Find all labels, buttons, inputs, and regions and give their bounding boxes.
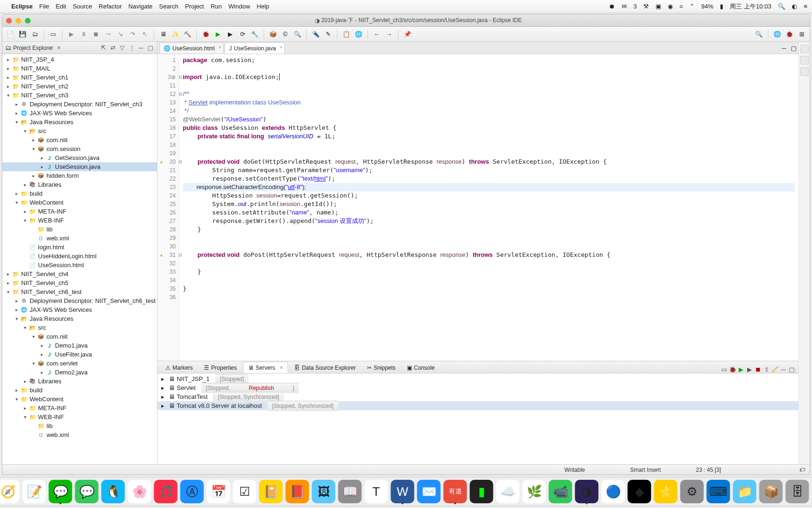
dock-safari[interactable]: 🧭 xyxy=(0,480,20,503)
disconnect-button[interactable]: ⤳ xyxy=(103,29,113,40)
close-tab-button[interactable]: × xyxy=(219,45,221,50)
tree-item[interactable]: NIIT_MAIL xyxy=(20,65,50,72)
step-return-button[interactable]: ↖ xyxy=(140,29,150,40)
dock-wechat[interactable]: 💬 xyxy=(49,480,72,503)
tab-data-source[interactable]: 🗄Data Source Explorer xyxy=(289,362,361,373)
dock-textedit[interactable]: T xyxy=(365,480,388,503)
tree-item[interactable]: WebContent xyxy=(29,396,63,403)
siri-color-icon[interactable]: ◐ xyxy=(792,3,797,10)
tree-item[interactable]: web.xml xyxy=(46,431,69,438)
server-name[interactable]: TomcatTest xyxy=(177,393,208,400)
tree-item[interactable]: lib xyxy=(46,226,53,233)
dock-youdao[interactable]: 有道 xyxy=(444,480,467,503)
tree-item[interactable]: Java Resources xyxy=(29,315,73,322)
back-button[interactable]: ← xyxy=(372,29,382,40)
tree-item[interactable]: src xyxy=(37,127,46,135)
open-perspective-button[interactable]: ⊞ xyxy=(796,29,807,40)
run-last-button[interactable]: ⟳ xyxy=(237,29,248,40)
maximize-view-button[interactable]: ▢ xyxy=(147,44,154,52)
tree-item[interactable]: NIIT_Servlet_ch4 xyxy=(20,270,68,278)
menu-source[interactable]: Source xyxy=(73,3,92,10)
menu-search[interactable]: Search xyxy=(159,3,179,10)
battery-icon[interactable]: ▮ xyxy=(720,3,723,10)
tree-item[interactable]: com.niit xyxy=(46,333,68,340)
app-name[interactable]: Eclipse xyxy=(11,3,33,10)
minimize-view-button[interactable]: ─ xyxy=(137,44,145,52)
menu-edit[interactable]: Edit xyxy=(55,3,66,10)
close-view-button[interactable]: × xyxy=(55,44,62,52)
tab-snippets[interactable]: ✂Snippets xyxy=(362,362,401,373)
tree-item[interactable]: META-INF xyxy=(37,208,66,215)
external-tools-button[interactable]: 🔧 xyxy=(250,29,260,40)
tab-servers[interactable]: 🖥Servers× xyxy=(243,362,288,373)
menu-file[interactable]: File xyxy=(39,3,49,10)
tree-item[interactable]: hidden.form xyxy=(46,172,79,179)
run-button[interactable]: ▶ xyxy=(213,29,223,40)
dock-mail[interactable]: ✉️ xyxy=(417,480,441,503)
dock-dictionary[interactable]: 📖 xyxy=(338,480,362,503)
menu-refactor[interactable]: Refactor xyxy=(99,3,122,10)
view-menu-button[interactable]: ⋮ xyxy=(128,44,135,52)
server-clean-button[interactable]: 🧹 xyxy=(771,365,779,373)
open-type-button[interactable]: 🔍 xyxy=(292,29,303,40)
link-editor-button[interactable]: ⇄ xyxy=(109,44,117,52)
status-record-icon[interactable]: ⏺ xyxy=(609,3,615,10)
server-name[interactable]: NIIT_JSP_1 xyxy=(177,375,210,382)
dock-calendar[interactable]: 📅 xyxy=(207,480,230,503)
dock-terminal[interactable]: ▮ xyxy=(470,480,493,503)
search-button[interactable]: 🔦 xyxy=(311,29,321,40)
tree-item[interactable]: UseHiddenLogin.html xyxy=(37,253,96,260)
tab-usesession-java[interactable]: J UseSession.java × xyxy=(225,42,285,54)
tab-usesession-html[interactable]: 🌐 UseSession.html × xyxy=(159,42,224,54)
step-over-button[interactable]: ↷ xyxy=(127,29,138,40)
dock-reminders[interactable]: ☑ xyxy=(233,480,257,503)
zoom-window-button[interactable] xyxy=(25,18,31,24)
quick-access-button[interactable]: 🔍 xyxy=(754,29,764,40)
forward-button[interactable]: → xyxy=(384,29,394,40)
dock-archive[interactable]: 📦 xyxy=(759,480,783,503)
battery-pct[interactable]: 94% xyxy=(701,3,713,10)
outline-fastview-button[interactable] xyxy=(800,45,809,53)
server-stop-button[interactable]: ⏹ xyxy=(754,365,762,373)
step-into-button[interactable]: ↘ xyxy=(115,29,125,40)
dock-appstore[interactable]: Ⓐ xyxy=(180,480,204,503)
switch-editor-button[interactable]: ▭ xyxy=(48,29,58,40)
collapse-all-button[interactable]: ⇱ xyxy=(100,44,107,52)
tree-item[interactable]: com.servlet xyxy=(46,360,78,367)
status-grid-icon[interactable]: ⌗ xyxy=(679,3,683,10)
new-server-button[interactable]: 🖥 xyxy=(158,29,168,40)
minimize-panel-button[interactable]: ─ xyxy=(780,365,787,373)
tree-item[interactable]: NIIT_Servlet_ch1 xyxy=(20,74,68,81)
tree-item[interactable]: JAX-WS Web Services xyxy=(29,110,92,117)
coverage-button[interactable]: ▶ xyxy=(225,29,235,40)
code-editor[interactable]: 123⊕11 12131415 16171819 20212223 242526… xyxy=(157,54,798,361)
status-siri-icon[interactable]: ◉ xyxy=(668,3,673,10)
status-hammer-icon[interactable]: ⚒ xyxy=(643,3,649,10)
dock-chrome[interactable]: 🔵 xyxy=(601,480,625,503)
tree-item[interactable]: lib xyxy=(46,422,53,429)
menu-extras-icon[interactable]: ≡ xyxy=(804,3,807,10)
server-debug-button[interactable]: 🐞 xyxy=(729,365,736,373)
menu-run[interactable]: Run xyxy=(211,3,222,10)
dock-vscode[interactable]: ⌨ xyxy=(707,480,730,503)
dock-cloud1[interactable]: ☁️ xyxy=(496,480,520,503)
line-number-gutter[interactable]: 123⊕11 12131415 16171819 20212223 242526… xyxy=(157,54,179,361)
tree-item[interactable]: NIIT_Servlet_ch3 xyxy=(20,92,68,99)
minimize-window-button[interactable] xyxy=(16,18,21,24)
tree-item[interactable]: WEB-INF xyxy=(37,413,64,421)
tree-item[interactable]: JAX-WS Web Services xyxy=(29,306,92,313)
dock-db[interactable]: 🗄 xyxy=(786,480,809,503)
menu-navigate[interactable]: Navigate xyxy=(128,3,152,10)
menu-window[interactable]: Window xyxy=(228,3,250,10)
dock-idea[interactable]: ◆ xyxy=(628,480,651,503)
tab-markers[interactable]: ⚠Markers xyxy=(160,362,198,373)
tree-item[interactable]: NIIT_JSP_4 xyxy=(20,56,54,63)
new-java-package-button[interactable]: 📦 xyxy=(268,29,278,40)
open-task-button[interactable]: 📋 xyxy=(341,29,351,40)
tree-item[interactable]: Libraries xyxy=(37,181,62,188)
status-wechat-icon[interactable]: ✉ xyxy=(622,3,627,10)
resume-button[interactable]: ▶ xyxy=(66,29,77,40)
dock-photos[interactable]: 🌸 xyxy=(128,480,151,503)
build-button[interactable]: 🔨 xyxy=(182,29,193,40)
tree-item[interactable]: GetSession.java xyxy=(54,154,100,161)
